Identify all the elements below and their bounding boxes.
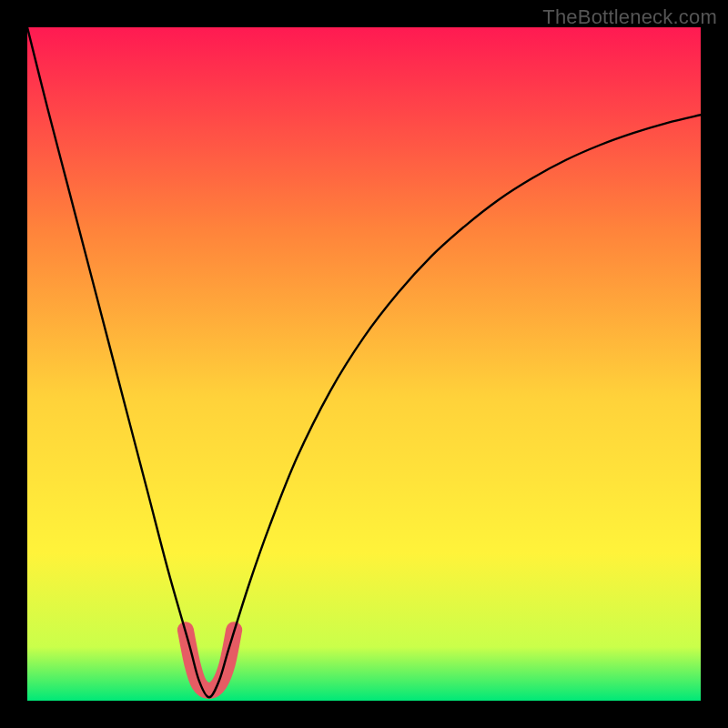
watermark-text: TheBottleneck.com [542,5,717,29]
gradient-background [27,27,701,701]
chart-frame: TheBottleneck.com [0,0,728,728]
chart-svg [27,27,701,701]
plot-area [27,27,701,701]
